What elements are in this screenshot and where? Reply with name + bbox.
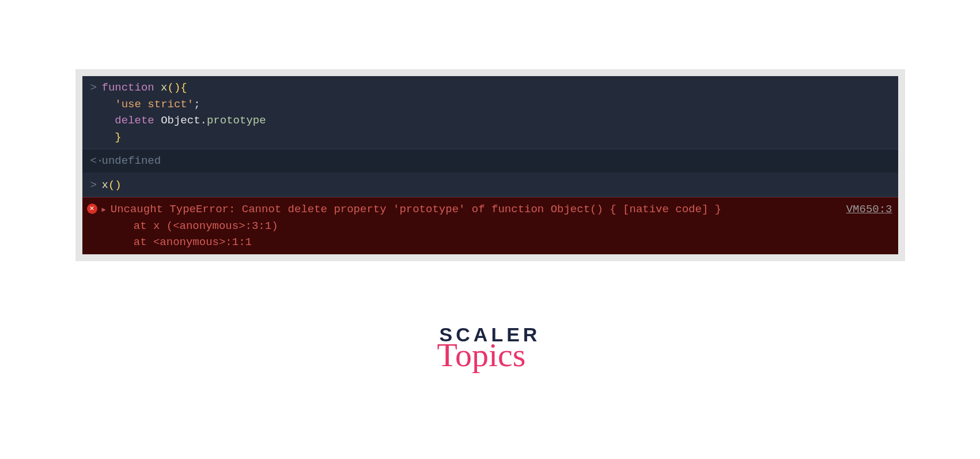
console-input-code: function x(){ 'use strict'; delete Objec… bbox=[102, 80, 892, 145]
expand-icon[interactable]: ▶ bbox=[102, 205, 106, 215]
error-icon: ✕ bbox=[87, 204, 97, 214]
error-source-link[interactable]: VM650:3 bbox=[846, 201, 892, 218]
scaler-topics-logo: SCALER Topics bbox=[440, 325, 541, 372]
console-container: > function x(){ 'use strict'; delete Obj… bbox=[75, 69, 905, 261]
console-input-row[interactable]: > function x(){ 'use strict'; delete Obj… bbox=[82, 76, 898, 149]
devtools-console[interactable]: > function x(){ 'use strict'; delete Obj… bbox=[82, 76, 898, 254]
output-prompt-icon: <· bbox=[87, 153, 102, 170]
input-prompt-icon: > bbox=[87, 80, 102, 96]
console-output-text: undefined bbox=[102, 153, 892, 170]
error-stack-line: at <anonymous>:1:1 bbox=[111, 234, 892, 251]
error-message: Uncaught TypeError: Cannot delete proper… bbox=[111, 201, 721, 218]
console-input-code: x() bbox=[102, 177, 892, 194]
input-prompt-icon: > bbox=[87, 177, 102, 194]
console-input-row[interactable]: > x() bbox=[82, 174, 898, 198]
error-body: Uncaught TypeError: Cannot delete proper… bbox=[111, 201, 892, 251]
console-error-row[interactable]: ✕ ▶ Uncaught TypeError: Cannot delete pr… bbox=[82, 197, 898, 254]
logo-topics-text: Topics bbox=[422, 338, 541, 372]
error-stack-line: at x (<anonymous>:3:1) bbox=[111, 218, 892, 235]
console-output-row: <· undefined bbox=[82, 149, 898, 174]
